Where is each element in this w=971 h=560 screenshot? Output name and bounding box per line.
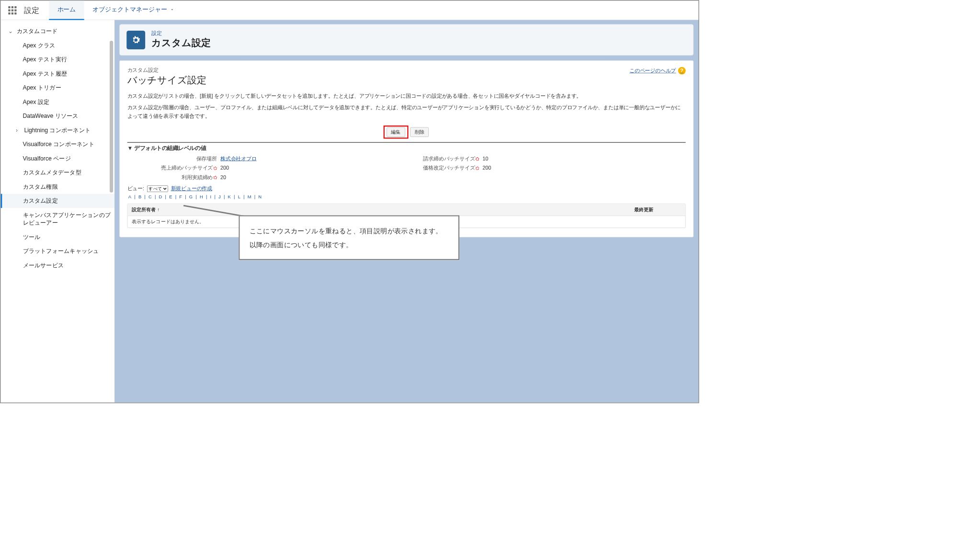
settings-gear-icon (126, 31, 145, 49)
alpha-letter[interactable]: H (200, 194, 203, 199)
sidebar-item[interactable]: ›Lightning コンポーネント (0, 123, 114, 137)
app-launcher-icon[interactable] (6, 3, 20, 17)
alpha-index: A | B | C | D | E | F | G | H | I | J | … (127, 194, 686, 199)
value-price: 200 (482, 165, 558, 171)
desc-2: カスタム設定が階層の場合、ユーザー、プロファイル、または組織レベルに対してデータ… (127, 103, 686, 121)
callout-line1: ここにマウスカーソルを重ねると、項目説明が表示されます。 (250, 224, 449, 238)
sidebar-item[interactable]: プラットフォームキャッシュ (0, 244, 114, 259)
alpha-letter[interactable]: C (149, 194, 152, 199)
sidebar-item[interactable]: Visualforce コンポーネント (0, 137, 114, 152)
sidebar-item[interactable]: Visualforce ページ (0, 151, 114, 166)
help-link[interactable]: このページのヘルプ? (629, 67, 685, 75)
alpha-letter[interactable]: D (159, 194, 162, 199)
label-price: 価格改定バッチサイズ (358, 165, 482, 171)
scrollbar-thumb[interactable] (110, 41, 113, 193)
sidebar-item[interactable]: Apex テスト実行 (0, 52, 114, 67)
page-header: 設定 カスタム設定 (119, 24, 694, 56)
value-storage[interactable]: 株式会社オプロ (220, 155, 257, 161)
chevron-right-icon: › (16, 127, 21, 134)
sidebar-item[interactable]: カスタム設定 (0, 194, 114, 208)
topnav-title: 設定 (24, 5, 39, 15)
delete-button[interactable]: 削除 (410, 127, 429, 137)
view-row: ビュー: すべて 新規ビューの作成 (127, 185, 686, 192)
info-icon[interactable] (476, 166, 479, 170)
page-title: バッチサイズ設定 (127, 73, 686, 86)
view-select[interactable]: すべて (147, 185, 168, 192)
sidebar-item[interactable]: Apex 設定 (0, 95, 114, 109)
chevron-down-icon (170, 7, 174, 12)
new-view-link[interactable]: 新規ビューの作成 (171, 185, 212, 192)
alpha-letter[interactable]: F (179, 194, 182, 199)
page-crumb: カスタム設定 (127, 67, 686, 74)
sidebar-item[interactable]: キャンバスアプリケーションのプレビューアー (0, 208, 114, 230)
sidebar-item[interactable]: Apex クラス (0, 38, 114, 53)
alpha-letter[interactable]: B (138, 194, 142, 199)
button-row: 編集 削除 (127, 126, 686, 138)
sidebar-item[interactable]: Apex トリガー (0, 80, 114, 95)
callout-line2: 以降の画面についても同様です。 (250, 238, 449, 251)
sidebar-item[interactable]: カスタム権限 (0, 180, 114, 194)
label-usage: 利用実績締め (141, 174, 220, 181)
top-nav: 設定 ホーム オブジェクトマネージャー (0, 0, 698, 20)
value-usage: 20 (220, 174, 358, 181)
edit-highlight: 編集 (383, 126, 408, 138)
label-billing: 請求締めバッチサイズ (358, 155, 482, 162)
alpha-letter[interactable]: K (228, 194, 231, 199)
tab-object-manager[interactable]: オブジェクトマネージャー (84, 0, 183, 20)
label-sales: 売上締めバッチサイズ (141, 165, 220, 171)
sidebar-section-custom-code[interactable]: ⌄ カスタムコード (0, 24, 114, 38)
sidebar-item[interactable]: Apex テスト履歴 (0, 67, 114, 81)
chevron-down-icon: ⌄ (8, 28, 13, 35)
info-icon[interactable] (476, 157, 479, 160)
alpha-letter[interactable]: E (169, 194, 172, 199)
desc-1: カスタム設定がリストの場合、[新規] をクリックして新しいデータセットを追加しま… (127, 91, 686, 100)
header-title: カスタム設定 (151, 36, 211, 49)
col-owner[interactable]: 設定所有者 ↑ (132, 206, 160, 213)
sidebar: ⌄ カスタムコード Apex クラスApex テスト実行Apex テスト履歴Ap… (0, 20, 114, 402)
main-area: 設定 カスタム設定 このページのヘルプ? カスタム設定 バッチサイズ設定 カスタ… (114, 20, 698, 402)
alpha-letter[interactable]: M (248, 194, 252, 199)
alpha-letter[interactable]: L (238, 194, 241, 199)
alpha-letter[interactable]: J (218, 194, 221, 199)
col-updated[interactable]: 最終更新 (634, 206, 681, 213)
sidebar-item[interactable]: メールサービス (0, 258, 114, 273)
callout-box: ここにマウスカーソルを重ねると、項目説明が表示されます。 以降の画面についても同… (239, 215, 459, 260)
alpha-letter[interactable]: N (258, 194, 262, 199)
sidebar-item[interactable]: DataWeave リソース (0, 109, 114, 124)
tab-home[interactable]: ホーム (49, 0, 84, 20)
sidebar-item[interactable]: ツール (0, 230, 114, 244)
section-default-org[interactable]: デフォルトの組織レベルの値 (127, 142, 686, 152)
edit-button[interactable]: 編集 (387, 127, 405, 137)
content-panel: このページのヘルプ? カスタム設定 バッチサイズ設定 カスタム設定がリストの場合… (119, 60, 694, 237)
field-grid: 保存場所 株式会社オプロ 請求締めバッチサイズ 10 売上締めバッチサイズ 20… (141, 155, 685, 181)
value-billing: 10 (482, 155, 558, 162)
alpha-letter[interactable]: I (210, 194, 212, 199)
info-icon[interactable] (214, 166, 217, 170)
label-storage: 保存場所 (141, 155, 220, 162)
sidebar-item[interactable]: カスタムメタデータ型 (0, 166, 114, 180)
view-label: ビュー: (127, 185, 144, 192)
help-icon: ? (678, 67, 686, 75)
value-sales: 200 (220, 165, 358, 171)
info-icon[interactable] (214, 176, 217, 179)
alpha-letter[interactable]: A (128, 194, 132, 199)
alpha-letter[interactable]: G (189, 194, 193, 199)
header-overline: 設定 (151, 30, 211, 37)
